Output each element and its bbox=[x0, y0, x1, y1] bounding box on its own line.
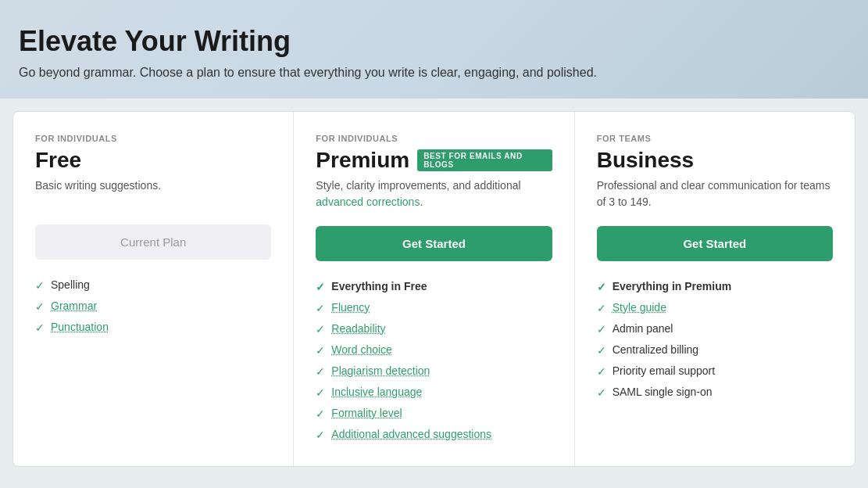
feature-text: Admin panel bbox=[613, 322, 673, 335]
check-icon: ✓ bbox=[316, 323, 325, 336]
check-icon: ✓ bbox=[316, 386, 325, 399]
check-icon: ✓ bbox=[597, 323, 606, 336]
premium-name-row: Premium BEST FOR EMAILS AND BLOGS bbox=[316, 148, 552, 173]
feature-text: Readability bbox=[331, 322, 385, 335]
business-tier-label: FOR TEAMS bbox=[597, 134, 833, 143]
list-item: ✓ Style guide bbox=[597, 301, 833, 314]
feature-text: Everything in Free bbox=[331, 280, 427, 292]
list-item: ✓ Grammar bbox=[35, 300, 271, 313]
feature-text: Priority email support bbox=[613, 364, 716, 377]
plan-premium: FOR INDIVIDUALS Premium BEST FOR EMAILS … bbox=[294, 112, 574, 466]
list-item: ✓ Admin panel bbox=[597, 322, 833, 336]
business-plan-name: Business bbox=[597, 148, 695, 173]
list-item: ✓ Plagiarism detection bbox=[316, 364, 552, 378]
best-badge: BEST FOR EMAILS AND BLOGS bbox=[417, 149, 552, 171]
list-item: ✓ Additional advanced suggestions bbox=[316, 428, 552, 441]
feature-text: Fluency bbox=[331, 301, 370, 314]
list-item: ✓ Centralized billing bbox=[597, 343, 833, 357]
feature-text: Word choice bbox=[331, 343, 392, 356]
hero-subtitle: Go beyond grammar. Choose a plan to ensu… bbox=[19, 66, 849, 80]
premium-plan-name: Premium bbox=[316, 148, 409, 173]
hero-section: Elevate Your Writing Go beyond grammar. … bbox=[0, 0, 868, 99]
check-icon: ✓ bbox=[597, 365, 606, 378]
list-item: ✓ Fluency bbox=[316, 301, 552, 314]
feature-text: Additional advanced suggestions bbox=[331, 428, 491, 440]
free-plan-name: Free bbox=[35, 148, 81, 173]
list-item: ✓ Everything in Premium bbox=[597, 280, 833, 293]
plan-free: FOR INDIVIDUALS Free Basic writing sugge… bbox=[13, 112, 294, 466]
feature-text: Formality level bbox=[331, 407, 402, 419]
list-item: ✓ Spelling bbox=[35, 278, 271, 292]
list-item: ✓ Word choice bbox=[316, 343, 552, 357]
plans-container: FOR INDIVIDUALS Free Basic writing sugge… bbox=[13, 111, 855, 467]
business-feature-list: ✓ Everything in Premium ✓ Style guide ✓ … bbox=[597, 280, 833, 399]
feature-text: Punctuation bbox=[51, 321, 109, 333]
check-icon: ✓ bbox=[597, 302, 606, 314]
check-icon: ✓ bbox=[597, 281, 606, 293]
feature-text: Inclusive language bbox=[331, 386, 422, 398]
list-item: ✓ Punctuation bbox=[35, 321, 271, 334]
premium-cta-button[interactable]: Get Started bbox=[316, 226, 552, 261]
check-icon: ✓ bbox=[316, 344, 325, 357]
check-icon: ✓ bbox=[35, 279, 45, 292]
feature-text: Everything in Premium bbox=[613, 280, 731, 292]
business-cta-button[interactable]: Get Started bbox=[597, 226, 833, 261]
plan-business: FOR TEAMS Business Professional and clea… bbox=[575, 112, 855, 466]
feature-text: Spelling bbox=[51, 278, 90, 291]
check-icon: ✓ bbox=[35, 321, 45, 334]
list-item: ✓ Priority email support bbox=[597, 364, 833, 378]
list-item: ✓ SAML single sign-on bbox=[597, 386, 833, 399]
feature-text: Style guide bbox=[613, 301, 666, 314]
business-plan-desc: Professional and clear communication for… bbox=[597, 178, 833, 210]
free-tier-label: FOR INDIVIDUALS bbox=[35, 134, 271, 143]
feature-text: Plagiarism detection bbox=[331, 364, 430, 377]
premium-feature-list: ✓ Everything in Free ✓ Fluency ✓ Readabi… bbox=[316, 280, 552, 441]
premium-plan-desc: Style, clarity improvements, and additio… bbox=[316, 178, 552, 210]
check-icon: ✓ bbox=[316, 281, 325, 293]
check-icon: ✓ bbox=[35, 300, 45, 313]
check-icon: ✓ bbox=[597, 344, 606, 357]
free-cta-button: Current Plan bbox=[35, 224, 271, 260]
list-item: ✓ Inclusive language bbox=[316, 386, 552, 399]
check-icon: ✓ bbox=[316, 429, 325, 441]
check-icon: ✓ bbox=[316, 407, 325, 420]
check-icon: ✓ bbox=[316, 302, 325, 314]
premium-tier-label: FOR INDIVIDUALS bbox=[316, 134, 552, 143]
free-plan-desc: Basic writing suggestions. bbox=[35, 178, 271, 209]
free-name-row: Free bbox=[35, 148, 271, 173]
feature-text: SAML single sign-on bbox=[613, 386, 713, 398]
feature-text: Centralized billing bbox=[613, 343, 699, 356]
list-item: ✓ Formality level bbox=[316, 407, 552, 420]
business-name-row: Business bbox=[597, 148, 833, 173]
check-icon: ✓ bbox=[597, 386, 606, 399]
list-item: ✓ Readability bbox=[316, 322, 552, 336]
free-feature-list: ✓ Spelling ✓ Grammar ✓ Punctuation bbox=[35, 278, 271, 334]
feature-text: Grammar bbox=[51, 300, 97, 312]
check-icon: ✓ bbox=[316, 365, 325, 378]
hero-title: Elevate Your Writing bbox=[19, 25, 849, 58]
advanced-corrections-link[interactable]: advanced corrections bbox=[316, 196, 420, 208]
list-item: ✓ Everything in Free bbox=[316, 280, 552, 293]
